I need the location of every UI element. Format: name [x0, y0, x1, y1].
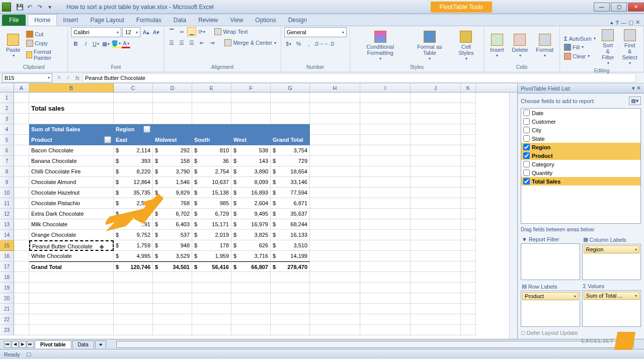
- value-cell[interactable]: $3,890: [231, 166, 271, 177]
- cell[interactable]: [14, 304, 29, 314]
- delete-cells-button[interactable]: Delete▾: [509, 32, 531, 60]
- col-header-J[interactable]: J: [411, 83, 461, 92]
- next-sheet-icon[interactable]: ▶: [19, 341, 26, 348]
- value-cell[interactable]: $12,7..: [114, 209, 153, 219]
- row-header[interactable]: 22: [0, 314, 14, 325]
- cell[interactable]: [411, 114, 461, 124]
- col-header-K[interactable]: K: [461, 83, 476, 92]
- cell[interactable]: [411, 166, 461, 177]
- cell[interactable]: [310, 103, 360, 114]
- cell[interactable]: [360, 272, 411, 283]
- align-right-icon[interactable]: ☰: [187, 38, 196, 47]
- decrease-font-icon[interactable]: A▾: [151, 28, 160, 37]
- value-cell[interactable]: $6,729: [192, 209, 231, 219]
- pivot-title[interactable]: Total sales: [29, 103, 114, 114]
- cell[interactable]: [153, 314, 192, 325]
- cell[interactable]: [310, 272, 360, 283]
- value-cell[interactable]: $14,199: [271, 251, 310, 261]
- redo-icon[interactable]: ↷: [35, 3, 44, 12]
- cell[interactable]: [461, 166, 476, 177]
- cell[interactable]: [14, 219, 29, 230]
- cell[interactable]: [14, 209, 29, 219]
- cell[interactable]: [29, 114, 114, 124]
- cell[interactable]: [411, 156, 461, 166]
- field-list-box[interactable]: DateCustomerCityStateRegionProductCatego…: [521, 108, 641, 224]
- cell[interactable]: [271, 314, 310, 325]
- align-bottom-icon[interactable]: ▁: [187, 27, 196, 36]
- cell[interactable]: [14, 145, 29, 156]
- cell[interactable]: [271, 325, 310, 335]
- cell[interactable]: [192, 314, 231, 325]
- value-cell[interactable]: $3,716: [231, 251, 271, 261]
- region-filter-icon[interactable]: ▾: [143, 126, 150, 133]
- cell[interactable]: [271, 304, 310, 314]
- cell[interactable]: [271, 114, 310, 124]
- row-header[interactable]: 1: [0, 93, 14, 103]
- fx-icon[interactable]: fx: [72, 75, 83, 81]
- cell[interactable]: [461, 114, 476, 124]
- cell[interactable]: [153, 304, 192, 314]
- value-cell[interactable]: $4,995: [114, 251, 153, 261]
- tab-options[interactable]: Options: [249, 15, 282, 26]
- increase-font-icon[interactable]: A▴: [141, 28, 150, 37]
- row-header[interactable]: 18: [0, 272, 14, 283]
- field-list-layout-icon[interactable]: ▦▾: [629, 97, 641, 105]
- field-checkbox[interactable]: [523, 118, 530, 125]
- increase-decimal-icon[interactable]: .0→: [314, 39, 324, 48]
- tab-home[interactable]: Home: [28, 14, 57, 26]
- value-cell[interactable]: $2,513: [114, 198, 153, 209]
- wrap-text-button[interactable]: Wrap Text: [213, 28, 249, 36]
- cell[interactable]: [192, 103, 231, 114]
- field-list-dropdown-icon[interactable]: ▾: [632, 85, 635, 91]
- row-header[interactable]: 2: [0, 103, 14, 114]
- font-size-combo[interactable]: 12▾: [122, 27, 140, 37]
- select-all-corner[interactable]: [0, 83, 14, 92]
- value-cell[interactable]: $..91: [114, 219, 153, 230]
- cell[interactable]: [231, 325, 271, 335]
- find-select-button[interactable]: Find & Select▾: [619, 27, 640, 68]
- value-cell[interactable]: $810: [192, 145, 231, 156]
- cell[interactable]: [14, 177, 29, 188]
- value-cell[interactable]: $3,825: [231, 230, 271, 240]
- cell[interactable]: [360, 103, 411, 114]
- last-sheet-icon[interactable]: ⏭: [27, 341, 34, 348]
- value-cell[interactable]: $9,829: [153, 188, 192, 198]
- format-cells-button[interactable]: Format▾: [533, 32, 556, 60]
- cell[interactable]: [114, 325, 153, 335]
- col-header-I[interactable]: I: [360, 83, 411, 92]
- value-cell[interactable]: $626: [231, 240, 271, 251]
- value-cell[interactable]: $16,893: [231, 188, 271, 198]
- cell[interactable]: [310, 135, 360, 145]
- field-city[interactable]: City: [521, 126, 640, 134]
- cell[interactable]: [360, 145, 411, 156]
- value-cell[interactable]: $77,594: [271, 188, 310, 198]
- cell[interactable]: [153, 272, 192, 283]
- fill-button[interactable]: Fill▾: [563, 43, 597, 51]
- row-header[interactable]: 10: [0, 188, 14, 198]
- cell[interactable]: [360, 93, 411, 103]
- horizontal-scrollbar[interactable]: [116, 341, 634, 348]
- font-name-combo[interactable]: Calibri▾: [71, 27, 121, 37]
- cell[interactable]: [411, 209, 461, 219]
- percent-icon[interactable]: %: [294, 39, 303, 48]
- cell[interactable]: [29, 304, 114, 314]
- cell[interactable]: [360, 325, 411, 335]
- sort-filter-button[interactable]: Sort & Filter▾: [599, 27, 617, 68]
- cell[interactable]: [461, 145, 476, 156]
- bold-button[interactable]: B: [71, 39, 80, 48]
- value-cell[interactable]: $68,244: [271, 219, 310, 230]
- cell[interactable]: [271, 103, 310, 114]
- cell-grid[interactable]: 12Total sales34Sum of Total SalesRegion▾…: [0, 93, 517, 339]
- value-cell[interactable]: $3,790: [153, 166, 192, 177]
- product-cell[interactable]: Chocolate Hazelnut: [29, 188, 114, 198]
- value-cell[interactable]: $10,637: [192, 177, 231, 188]
- row-labels-area[interactable]: Product▾: [521, 291, 580, 327]
- field-checkbox[interactable]: [523, 152, 530, 159]
- tab-insert[interactable]: Insert: [57, 15, 84, 26]
- align-top-icon[interactable]: ▔: [167, 27, 176, 36]
- field-checkbox[interactable]: [523, 169, 530, 176]
- cell[interactable]: [360, 261, 411, 272]
- cell[interactable]: [310, 304, 360, 314]
- number-format-combo[interactable]: General▾: [284, 27, 347, 37]
- column-labels-area[interactable]: Region▾: [582, 244, 641, 280]
